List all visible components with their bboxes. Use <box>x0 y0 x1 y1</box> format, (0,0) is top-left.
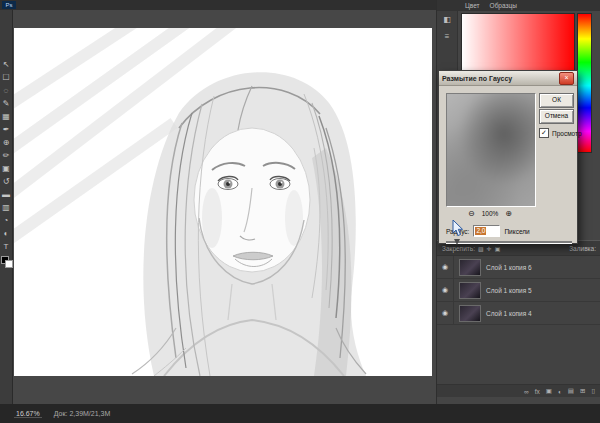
radius-input[interactable]: 2,0 <box>473 225 500 237</box>
dialog-title: Размытие по Гауссу <box>442 75 559 82</box>
delete-layer-icon[interactable]: ▯ <box>591 387 595 395</box>
preview-checkbox[interactable]: ✓ <box>539 128 549 138</box>
layer-thumbnail[interactable] <box>459 259 481 276</box>
status-doc-info: Док: 2,39М/21,3М <box>54 410 111 417</box>
blur-preview-image <box>446 93 536 207</box>
visibility-eye-icon[interactable]: ◉ <box>437 302 454 324</box>
healing-brush-tool-icon[interactable]: ⊕ <box>1 136 12 149</box>
dodge-tool-icon[interactable]: ◐ <box>1 227 12 240</box>
layer-mask-icon[interactable]: ▣ <box>546 387 552 395</box>
layer-name[interactable]: Слой 1 копия 4 <box>486 310 532 317</box>
preview-checkbox-label: Просмотр <box>552 130 582 137</box>
lasso-tool-icon[interactable]: ◌ <box>1 84 12 97</box>
radius-value: 2,0 <box>475 227 486 235</box>
layers-panel: Закрепить: ▨ ✛ ▣ Заливка: ◉ Слой 1 копия… <box>437 240 600 397</box>
fill-label: Заливка: <box>569 245 596 252</box>
canvas-area <box>14 10 434 404</box>
collapsed-panel-icon-2[interactable]: ≡ <box>445 32 450 41</box>
preview-zoom-controls: ⊖ 100% ⊕ <box>446 209 534 218</box>
zoom-out-icon[interactable]: ⊖ <box>468 209 475 218</box>
layer-name[interactable]: Слой 1 копия 6 <box>486 264 532 271</box>
radius-slider-track <box>446 241 572 244</box>
text-tool-icon[interactable]: T <box>1 240 12 253</box>
visibility-eye-icon[interactable]: ◉ <box>437 279 454 301</box>
marquee-tool-icon[interactable]: ☐ <box>1 71 12 84</box>
cancel-button[interactable]: Отмена <box>539 109 574 124</box>
quick-selection-tool-icon[interactable]: ✎ <box>1 97 12 110</box>
collapsed-panel-icon-1[interactable]: ◧ <box>443 15 451 24</box>
radius-slider[interactable] <box>446 238 572 246</box>
document-image[interactable] <box>14 28 432 376</box>
crop-tool-icon[interactable]: ▦ <box>1 110 12 123</box>
gaussian-blur-dialog: Размытие по Гауссу × ОК Отмена ✓ Просмот… <box>438 70 578 244</box>
layer-row[interactable]: ◉ Слой 1 копия 4 <box>437 302 600 325</box>
layer-row[interactable]: ◉ Слой 1 копия 6 <box>437 256 600 279</box>
eyedropper-tool-icon[interactable]: ✒ <box>1 123 12 136</box>
ok-button[interactable]: ОК <box>539 93 574 108</box>
layer-row[interactable]: ◉ Слой 1 копия 5 <box>437 279 600 302</box>
photoshop-window: Ps ↖ ☐ ◌ ✎ ▦ ✒ ⊕ ✏ ▣ ↺ ▬ ▥ ◔ ◐ T <box>0 0 600 423</box>
tab-color[interactable]: Цвет <box>465 0 480 11</box>
blur-tool-icon[interactable]: ◔ <box>1 214 12 227</box>
brush-tool-icon[interactable]: ✏ <box>1 149 12 162</box>
visibility-eye-icon[interactable]: ◉ <box>437 256 454 278</box>
layer-group-icon[interactable]: ▤ <box>568 387 574 395</box>
gradient-tool-icon[interactable]: ▥ <box>1 201 12 214</box>
close-icon[interactable]: × <box>559 72 574 85</box>
layers-panel-footer: ∞ fx ▣ ◐ ▤ ⊞ ▯ <box>437 384 600 397</box>
tab-swatches[interactable]: Образцы <box>490 0 517 11</box>
mouse-cursor <box>452 220 465 237</box>
move-tool-icon[interactable]: ↖ <box>1 58 12 71</box>
background-color-swatch[interactable] <box>5 260 13 268</box>
status-zoom-value[interactable]: 16.67% <box>14 410 42 418</box>
layer-name[interactable]: Слой 1 копия 5 <box>486 287 532 294</box>
layer-thumbnail[interactable] <box>459 282 481 299</box>
eraser-tool-icon[interactable]: ▬ <box>1 188 12 201</box>
blur-preview-box[interactable] <box>446 93 536 207</box>
preview-zoom-value: 100% <box>482 210 499 217</box>
units-label: Пиксели <box>504 228 529 235</box>
color-swatches[interactable] <box>1 256 12 268</box>
clone-stamp-tool-icon[interactable]: ▣ <box>1 162 12 175</box>
app-logo: Ps <box>2 1 16 9</box>
layer-thumbnail[interactable] <box>459 305 481 322</box>
layer-style-icon[interactable]: fx <box>535 388 540 395</box>
radius-slider-thumb[interactable] <box>454 239 460 245</box>
tools-panel: ↖ ☐ ◌ ✎ ▦ ✒ ⊕ ✏ ▣ ↺ ▬ ▥ ◔ ◐ T <box>0 10 13 404</box>
new-layer-icon[interactable]: ⊞ <box>580 387 585 395</box>
menu-bar: Ps <box>0 0 436 10</box>
adjustment-layer-icon[interactable]: ◐ <box>558 388 562 395</box>
portrait-sketch <box>14 28 432 376</box>
zoom-in-icon[interactable]: ⊕ <box>505 209 512 218</box>
link-layers-icon[interactable]: ∞ <box>524 388 529 395</box>
status-bar: 16.67% Док: 2,39М/21,3М <box>0 404 600 423</box>
preview-checkbox-row: ✓ Просмотр <box>539 128 582 138</box>
color-panel-tabs: Цвет Образцы <box>437 0 600 11</box>
history-brush-tool-icon[interactable]: ↺ <box>1 175 12 188</box>
dialog-titlebar[interactable]: Размытие по Гауссу × <box>439 71 577 86</box>
